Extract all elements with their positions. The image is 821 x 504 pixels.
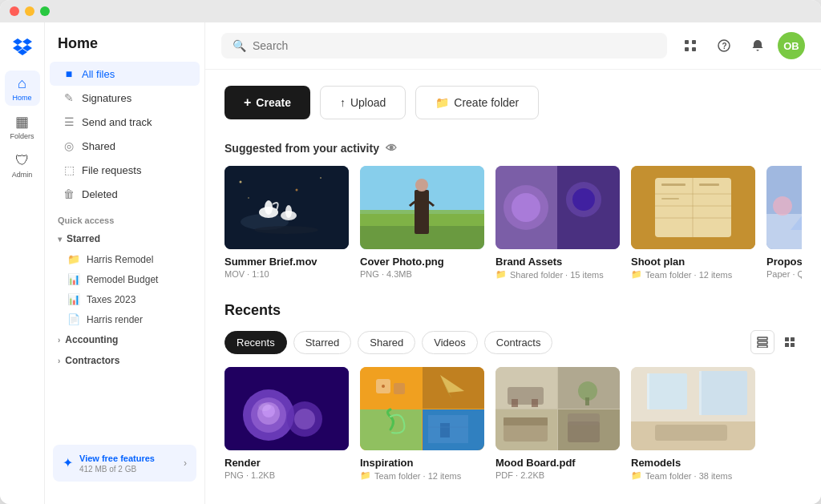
- content-area: + Create ↑ Upload 📁 Create folder Sugg: [205, 70, 821, 504]
- banner-chevron-icon: ›: [184, 458, 187, 469]
- suggested-thumb-brand-assets: [495, 166, 620, 249]
- recents-toolbar: [750, 330, 802, 354]
- accounting-group-header[interactable]: › Accounting: [45, 329, 204, 350]
- starred-group-header[interactable]: ▾ Starred: [45, 228, 204, 249]
- sidebar-title: Home: [45, 35, 204, 62]
- svg-rect-87: [699, 371, 747, 415]
- svg-point-15: [296, 189, 298, 192]
- suggested-item-brand-assets[interactable]: Brand Assets 📁 Shared folder · 15 items: [495, 166, 620, 280]
- svg-rect-49: [785, 343, 789, 347]
- folder-plus-icon: 📁: [435, 96, 449, 109]
- all-files-icon: ■: [63, 67, 75, 80]
- sidebar-item-send-track[interactable]: ☰ Send and track: [50, 110, 200, 134]
- help-button[interactable]: ?: [710, 32, 738, 59]
- action-buttons: + Create ↑ Upload 📁 Create folder: [224, 86, 802, 119]
- file-requests-icon: ⬚: [63, 163, 75, 176]
- suggested-thumb-proposal: [766, 166, 802, 249]
- starred-remodel-budget[interactable]: 📊 Remodel Budget: [45, 269, 204, 289]
- starred-chevron: ▾: [58, 235, 62, 244]
- sidebar-item-deleted[interactable]: 🗑 Deleted: [50, 182, 200, 206]
- svg-rect-83: [568, 413, 600, 425]
- sidebar-item-signatures[interactable]: ✎ Signatures: [50, 86, 200, 110]
- svg-point-16: [248, 197, 249, 199]
- suggested-item-shoot-plan[interactable]: Shoot plan 📁 Team folder · 12 items: [631, 166, 755, 280]
- tab-videos[interactable]: Videos: [422, 331, 478, 354]
- create-button[interactable]: + Create: [224, 86, 310, 119]
- rail-folders[interactable]: ▦ Folders: [5, 109, 40, 144]
- svg-point-27: [572, 188, 595, 211]
- signatures-icon: ✎: [63, 91, 75, 104]
- recent-item-remodels[interactable]: Remodels 📁 Team folder · 38 items: [631, 367, 755, 481]
- shared-icon: ◎: [63, 139, 75, 152]
- upload-icon: ↑: [340, 96, 346, 109]
- recent-thumb-render: [224, 367, 349, 450]
- svg-rect-47: [785, 337, 789, 341]
- spreadsheet-icon: 📊: [67, 273, 80, 285]
- sidebar-item-shared[interactable]: ◎ Shared: [50, 134, 200, 158]
- starred-harris-render[interactable]: 📄 Harris render: [45, 309, 204, 329]
- create-folder-button[interactable]: 📁 Create folder: [415, 86, 539, 119]
- svg-rect-36: [699, 183, 719, 186]
- recent-item-render[interactable]: Render PNG · 1.2KB: [224, 367, 349, 481]
- deleted-icon: 🗑: [63, 187, 75, 200]
- notifications-button[interactable]: [744, 32, 771, 59]
- starred-harris-remodel[interactable]: 📁 Harris Remodel: [45, 249, 204, 269]
- minimize-button[interactable]: [25, 6, 34, 16]
- tab-starred[interactable]: Starred: [293, 331, 352, 354]
- svg-rect-45: [758, 341, 767, 344]
- topbar-actions: ? OB: [677, 32, 805, 59]
- tab-contracts[interactable]: Contracts: [484, 331, 553, 354]
- sidebar: Home ■ All files ✎ Signatures ☰ Send and…: [45, 22, 205, 504]
- svg-point-57: [294, 409, 315, 429]
- svg-rect-44: [758, 337, 767, 340]
- dropbox-logo[interactable]: [8, 32, 37, 61]
- suggested-item-summer-brief[interactable]: Summer Brief.mov MOV · 1:10: [224, 166, 349, 280]
- starred-taxes-2023[interactable]: 📊 Taxes 2023: [45, 289, 204, 309]
- suggested-item-proposal[interactable]: Proposal Paper · Q4 Roadmap: [766, 166, 802, 280]
- search-bar[interactable]: 🔍: [221, 33, 667, 58]
- svg-rect-20: [415, 190, 429, 234]
- search-input[interactable]: [253, 39, 656, 52]
- tab-recents[interactable]: Recents: [224, 331, 287, 354]
- plus-icon: +: [244, 95, 251, 110]
- suggested-grid: Summer Brief.mov MOV · 1:10: [224, 166, 802, 280]
- recent-thumb-inspiration: [360, 367, 484, 450]
- maximize-button[interactable]: [40, 6, 50, 16]
- grid-view-button[interactable]: [778, 330, 802, 354]
- eye-icon[interactable]: 👁: [386, 142, 397, 155]
- contractors-group-header[interactable]: › Contractors: [45, 350, 204, 371]
- suggested-item-cover-photo[interactable]: Cover Photo.png PNG · 4.3MB: [360, 166, 484, 280]
- sidebar-item-all-files[interactable]: ■ All files: [50, 62, 200, 86]
- svg-rect-76: [512, 399, 518, 407]
- accounting-chevron: ›: [58, 336, 60, 345]
- view-free-banner[interactable]: ✦ View free features 412 MB of 2 GB ›: [53, 445, 196, 482]
- recents-tabs: Recents Starred Shared Videos Contracts: [224, 330, 802, 354]
- svg-rect-35: [661, 198, 679, 200]
- list-view-button[interactable]: [750, 330, 774, 354]
- brand-folder-icon: 📁: [495, 269, 507, 280]
- spreadsheet-green-icon: 📊: [67, 293, 80, 305]
- tab-shared[interactable]: Shared: [358, 331, 415, 354]
- rail-admin[interactable]: 🛡 Admin: [5, 147, 40, 183]
- svg-rect-88: [647, 373, 649, 409]
- svg-rect-59: [360, 367, 422, 409]
- close-button[interactable]: [10, 6, 19, 16]
- sidebar-bottom: ✦ View free features 412 MB of 2 GB ›: [45, 435, 204, 491]
- rail-home[interactable]: ⌂ Home: [5, 71, 40, 106]
- upload-button[interactable]: ↑ Upload: [320, 86, 406, 119]
- admin-icon: 🛡: [15, 152, 30, 169]
- svg-rect-48: [791, 337, 795, 341]
- recent-item-inspiration[interactable]: Inspiration 📁 Team folder · 12 items: [360, 367, 484, 481]
- recent-item-moodboard[interactable]: Mood Board.pdf PDF · 2.2KB: [495, 367, 620, 481]
- grid-apps-button[interactable]: [677, 32, 704, 59]
- suggested-thumb-summer-brief: [224, 166, 349, 249]
- svg-rect-34: [661, 183, 686, 186]
- suggested-thumb-cover-photo: [360, 166, 484, 249]
- user-avatar[interactable]: OB: [778, 32, 805, 59]
- svg-rect-79: [585, 397, 589, 405]
- shoot-folder-icon: 📁: [631, 269, 642, 280]
- svg-rect-50: [791, 343, 795, 347]
- svg-point-25: [512, 193, 540, 222]
- main-content: 🔍 ?: [205, 22, 821, 504]
- sidebar-item-file-requests[interactable]: ⬚ File requests: [50, 158, 200, 182]
